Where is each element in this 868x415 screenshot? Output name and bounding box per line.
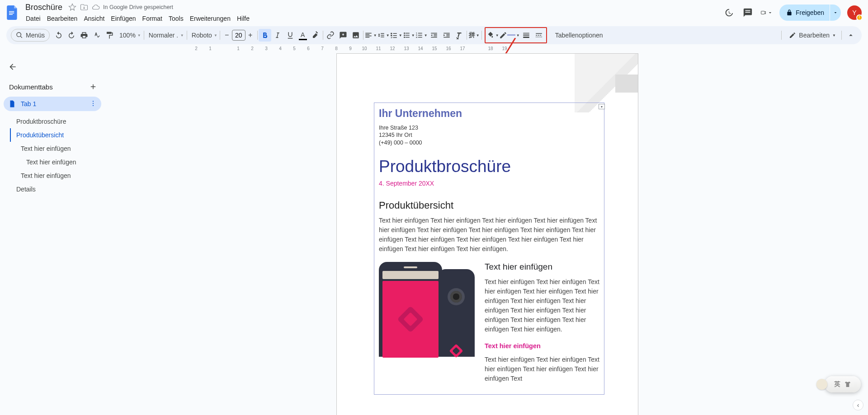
page[interactable]: ▾ Ihr Unternehmen Ihre Straße 123 12345 … — [336, 53, 638, 415]
ime-indicator[interactable]: 英 — [825, 376, 861, 392]
document-date[interactable]: 4. September 20XX — [379, 180, 599, 187]
menus-chip[interactable]: Menüs — [11, 29, 50, 42]
outline-item[interactable]: Text hier einfügen — [10, 155, 101, 169]
table-cell[interactable]: ▾ Ihr Unternehmen Ihre Straße 123 12345 … — [374, 103, 604, 395]
menu-hilfe[interactable]: Hilfe — [234, 14, 253, 23]
spellcheck-button[interactable] — [90, 29, 103, 42]
separator — [187, 31, 187, 40]
insert-image-button[interactable] — [349, 29, 362, 42]
status-bar — [382, 271, 439, 279]
checklist-button[interactable]: ▼ — [390, 29, 402, 42]
menu-datei[interactable]: Datei — [23, 14, 44, 23]
document-title[interactable]: Produktbroschüre — [379, 157, 599, 176]
increase-font-button[interactable]: + — [245, 30, 255, 41]
editing-mode-dropdown[interactable]: Bearbeiten ▼ — [784, 29, 839, 42]
collapse-toolbar-button[interactable] — [844, 29, 857, 42]
add-tab-button[interactable] — [88, 81, 99, 92]
outline-item[interactable]: Produktbroschüre — [10, 115, 101, 128]
meet-button[interactable] — [760, 6, 773, 19]
tab-menu-button[interactable] — [90, 100, 97, 108]
plus-icon — [89, 83, 97, 91]
star-icon[interactable] — [68, 3, 77, 12]
decrease-font-button[interactable]: − — [222, 30, 232, 41]
share-button[interactable]: Freigeben — [779, 5, 830, 21]
address-line[interactable]: (+49) 000 – 0000 — [379, 139, 599, 146]
canvas[interactable]: ▾ Ihr Unternehmen Ihre Straße 123 12345 … — [107, 53, 868, 415]
ruler-tick: 18 — [488, 46, 493, 51]
font-size-input[interactable] — [232, 30, 245, 41]
outline-item[interactable]: Produktübersicht — [10, 128, 101, 142]
italic-button[interactable] — [271, 29, 284, 42]
share-dropdown[interactable] — [830, 5, 841, 21]
product-illustration[interactable] — [379, 262, 475, 357]
menu-format[interactable]: Format — [139, 14, 165, 23]
address-line[interactable]: Ihre Straße 123 — [379, 124, 599, 131]
subsection-heading[interactable]: Text hier einfügen — [485, 262, 599, 272]
docs-logo[interactable] — [4, 4, 22, 22]
svg-rect-2 — [9, 14, 13, 15]
caret-down-icon: ▼ — [476, 33, 480, 37]
cloud-saved-icon[interactable] — [91, 3, 100, 12]
border-width-button[interactable] — [520, 29, 533, 42]
body-text[interactable]: Text hier einfügen Text hier einfügen Te… — [379, 216, 599, 254]
ruler-tick: 9 — [349, 46, 352, 51]
input-tools-button[interactable]: 拼▼ — [468, 29, 481, 42]
paragraph-style-dropdown[interactable]: Normaler ...▼ — [145, 29, 186, 42]
border-style-button[interactable] — [533, 29, 545, 42]
cell-fill-color-button[interactable]: ▼ — [486, 29, 499, 42]
body-text[interactable]: Text hier einfügen Text hier einfügen Te… — [485, 277, 599, 334]
outline-item[interactable]: Text hier einfügen — [10, 169, 101, 182]
numbered-list-button[interactable]: ▼ — [415, 29, 428, 42]
outdent-button[interactable] — [428, 29, 440, 42]
menu-bearbeiten[interactable]: Bearbeiten — [44, 14, 81, 23]
move-icon[interactable] — [80, 3, 89, 12]
insert-comment-button[interactable] — [337, 29, 349, 42]
history-icon[interactable] — [722, 6, 735, 19]
insert-link-button[interactable] — [324, 29, 337, 42]
bullet-list-icon — [402, 31, 410, 39]
comments-icon[interactable] — [741, 6, 754, 19]
menu-einfügen[interactable]: Einfügen — [108, 14, 139, 23]
tab-chip[interactable]: Tab 1 — [4, 97, 101, 111]
table-cell-dropdown[interactable]: ▾ — [599, 104, 605, 109]
ruler-tick: 19 — [502, 46, 507, 51]
zoom-dropdown[interactable]: 100%▼ — [116, 29, 143, 42]
outdent-icon — [430, 31, 438, 39]
clear-format-button[interactable] — [453, 29, 466, 42]
print-button[interactable] — [78, 29, 90, 42]
pencil-icon — [499, 31, 507, 39]
menu-ansicht[interactable]: Ansicht — [80, 14, 108, 23]
outline-item[interactable]: Text hier einfügen — [10, 142, 101, 155]
line-spacing-button[interactable]: ▼ — [377, 29, 390, 42]
section-heading[interactable]: Produktübersicht — [379, 200, 599, 211]
account-avatar[interactable]: Y ! — [847, 5, 862, 20]
body-text[interactable]: Text hier einfügen Text hier einfügen Te… — [485, 355, 599, 383]
undo-button[interactable] — [52, 29, 65, 42]
border-color-button[interactable]: ▼ — [499, 29, 520, 42]
text-color-button[interactable]: A — [297, 29, 309, 42]
explore-button[interactable]: ‹ — [853, 400, 863, 410]
bold-button[interactable] — [259, 29, 271, 42]
table-options-button[interactable]: Tabellenoptionen — [552, 29, 605, 42]
subsection-heading[interactable]: Text hier einfügen — [485, 342, 599, 350]
redo-button[interactable] — [65, 29, 78, 42]
horizontal-ruler[interactable]: 2112345678910111213141516171819 — [0, 46, 868, 53]
caret-down-icon: ▼ — [832, 33, 836, 37]
underline-button[interactable] — [284, 29, 297, 42]
separator — [467, 31, 467, 40]
indent-button[interactable] — [440, 29, 453, 42]
document-name[interactable]: Broschüre — [23, 3, 65, 12]
menu-erweiterungen[interactable]: Erweiterungen — [187, 14, 234, 23]
outline-item[interactable]: Details — [10, 182, 101, 196]
border-dash-icon — [535, 31, 543, 39]
menu-tools[interactable]: Tools — [165, 14, 187, 23]
address-line[interactable]: 12345 Ihr Ort — [379, 131, 599, 139]
paint-format-button[interactable] — [103, 29, 116, 42]
font-dropdown[interactable]: Roboto▼ — [188, 29, 219, 42]
sidebar-collapse-button[interactable] — [4, 58, 22, 76]
align-button[interactable]: ▼ — [364, 29, 377, 42]
saved-status: In Google Drive gespeichert — [103, 4, 173, 10]
highlight-color-button[interactable] — [309, 29, 322, 42]
bullet-list-button[interactable]: ▼ — [402, 29, 415, 42]
company-heading[interactable]: Ihr Unternehmen — [379, 107, 599, 120]
